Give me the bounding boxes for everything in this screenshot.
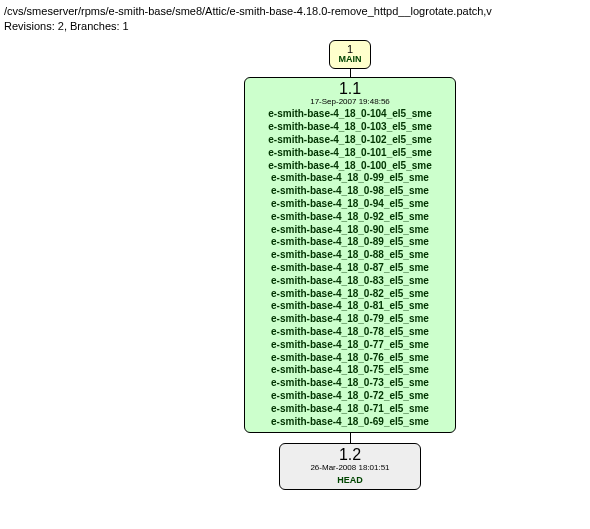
connector — [350, 433, 351, 443]
tag-label: e-smith-base-4_18_0-92_el5_sme — [249, 211, 451, 224]
tag-label: e-smith-base-4_18_0-90_el5_sme — [249, 224, 451, 237]
revision-date: 17-Sep-2007 19:48:56 — [249, 98, 451, 107]
branch-name: MAIN — [330, 55, 370, 65]
header: /cvs/smeserver/rpms/e-smith-base/sme8/At… — [4, 4, 586, 34]
tag-label: e-smith-base-4_18_0-103_el5_sme — [249, 121, 451, 134]
tag-label: e-smith-base-4_18_0-101_el5_sme — [249, 147, 451, 160]
tag-label: e-smith-base-4_18_0-102_el5_sme — [249, 134, 451, 147]
tag-label: e-smith-base-4_18_0-99_el5_sme — [249, 172, 451, 185]
tag-label: e-smith-base-4_18_0-77_el5_sme — [249, 339, 451, 352]
connector — [350, 69, 351, 77]
branch-number: 1 — [330, 43, 370, 55]
revision-graph: 1 MAIN 1.1 17-Sep-2007 19:48:56 e-smith-… — [114, 40, 586, 491]
tag-label: e-smith-base-4_18_0-83_el5_sme — [249, 275, 451, 288]
tag-label: e-smith-base-4_18_0-73_el5_sme — [249, 377, 451, 390]
revision-number: 1.2 — [284, 447, 416, 463]
tag-label: e-smith-base-4_18_0-104_el5_sme — [249, 108, 451, 121]
repo-path: /cvs/smeserver/rpms/e-smith-base/sme8/At… — [4, 4, 586, 19]
tag-label: e-smith-base-4_18_0-76_el5_sme — [249, 352, 451, 365]
tag-label: e-smith-base-4_18_0-94_el5_sme — [249, 198, 451, 211]
tag-label: e-smith-base-4_18_0-75_el5_sme — [249, 364, 451, 377]
revision-tags: e-smith-base-4_18_0-104_el5_smee-smith-b… — [249, 108, 451, 428]
head-label: HEAD — [284, 475, 416, 485]
tag-label: e-smith-base-4_18_0-82_el5_sme — [249, 288, 451, 301]
revision-number: 1.1 — [249, 81, 451, 97]
revision-node-1.1[interactable]: 1.1 17-Sep-2007 19:48:56 e-smith-base-4_… — [244, 77, 456, 434]
revision-date: 26-Mar-2008 18:01:51 — [284, 464, 416, 473]
tag-label: e-smith-base-4_18_0-69_el5_sme — [249, 416, 451, 429]
tag-label: e-smith-base-4_18_0-71_el5_sme — [249, 403, 451, 416]
tag-label: e-smith-base-4_18_0-72_el5_sme — [249, 390, 451, 403]
tag-label: e-smith-base-4_18_0-88_el5_sme — [249, 249, 451, 262]
tag-label: e-smith-base-4_18_0-100_el5_sme — [249, 160, 451, 173]
branch-node-main[interactable]: 1 MAIN — [329, 40, 371, 69]
rev-stats: Revisions: 2, Branches: 1 — [4, 19, 586, 34]
tag-label: e-smith-base-4_18_0-79_el5_sme — [249, 313, 451, 326]
tag-label: e-smith-base-4_18_0-81_el5_sme — [249, 300, 451, 313]
tag-label: e-smith-base-4_18_0-98_el5_sme — [249, 185, 451, 198]
tag-label: e-smith-base-4_18_0-89_el5_sme — [249, 236, 451, 249]
tag-label: e-smith-base-4_18_0-78_el5_sme — [249, 326, 451, 339]
tag-label: e-smith-base-4_18_0-87_el5_sme — [249, 262, 451, 275]
revision-node-1.2[interactable]: 1.2 26-Mar-2008 18:01:51 HEAD — [279, 443, 421, 490]
